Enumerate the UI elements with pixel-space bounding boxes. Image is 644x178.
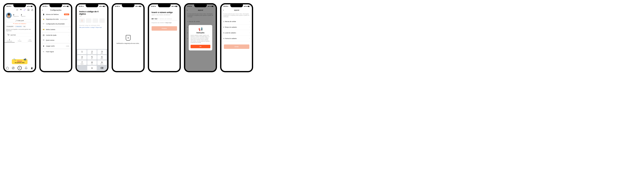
location-icon: ➤: [155, 5, 156, 7]
share-icon[interactable]: [31, 9, 33, 11]
code-input-4[interactable]: [99, 18, 105, 23]
settings-security[interactable]: 🔒 Segurança da conta Desprotegida›: [40, 17, 71, 21]
resend-text: Reenviar código de verificação (58S): [77, 23, 107, 27]
signal-icon: [99, 6, 101, 7]
key-2[interactable]: 2ABC: [87, 50, 96, 54]
wallet-icon: 💳: [42, 29, 45, 30]
code-title: Insira o código de 4 dígitos: [77, 8, 107, 15]
tab-likes[interactable]: 169Curtidas: [25, 38, 35, 42]
code-subtitle: +55: [77, 15, 107, 18]
svg-marker-4: [13, 68, 14, 68]
trash-icon: 🗑: [42, 45, 45, 47]
bottom-nav: +: [4, 65, 35, 71]
next-button[interactable]: Próximo: [152, 26, 177, 31]
settings-wallet[interactable]: 💳 Minha Carteira›: [40, 27, 71, 32]
phone-2-settings: 18:05➤ 4G ‹ Configurações 📱 Número de Te…: [39, 3, 72, 72]
location-icon: ➤: [227, 5, 228, 7]
key-9[interactable]: 9WXYZ: [97, 60, 106, 65]
phone-icon: 📱: [42, 14, 45, 15]
logout-icon: ↪: [42, 51, 45, 52]
settings-help[interactable]: 🎧 Central de Ajuda›: [40, 33, 71, 37]
code-input-3[interactable]: [92, 18, 98, 23]
alterar-button[interactable]: Alterar: [64, 13, 69, 15]
nav-notifications[interactable]: [24, 66, 28, 70]
id-tag: ID:wakep884: [6, 26, 14, 27]
following-stat[interactable]: 2 seguindo: [21, 14, 25, 17]
battery-icon: [67, 6, 69, 7]
key-7[interactable]: 7PQRS: [77, 60, 87, 65]
submit-button[interactable]: Enviar: [224, 44, 249, 49]
appeal-item-1[interactable]: 1. Marcas de celular›: [222, 19, 252, 24]
avatar[interactable]: [6, 12, 12, 18]
forgot-number-link[interactable]: Esqueceu seu número? Clique aqui: [149, 20, 180, 25]
creator-center-link[interactable]: ✦Centro de Criadores›: [4, 22, 35, 25]
appeal-hint: Por favor preencha pelo menos 3 itens. I…: [222, 12, 252, 19]
modal-overlay: 📢 Instruções Quando solicitar um apelo: …: [185, 4, 216, 71]
gender-tag: ♂ Masculino: [14, 26, 22, 27]
key-6[interactable]: 6MNO: [97, 55, 106, 60]
info-icon: ⓘ: [42, 39, 45, 41]
modal-body: Quando solicitar um apelo: quando você e…: [190, 34, 210, 43]
zodiac-tag: leo: [23, 26, 26, 27]
headset-icon: 🎧: [42, 34, 45, 36]
phone-input[interactable]: Número de telefone: [160, 17, 177, 20]
signal-icon: [63, 6, 64, 7]
page-title: Configurações: [42, 9, 70, 11]
record-first-video-banner[interactable]: Grave seu primeiro vídeo: [12, 59, 28, 64]
settings-cache[interactable]: 🗑 Apagar cache 18MB: [40, 44, 71, 48]
key-8[interactable]: 8TUV: [87, 60, 96, 65]
key-3[interactable]: 3DEF: [97, 50, 106, 54]
appeal-item-2[interactable]: 2. Tempo do cadastro›: [222, 24, 252, 30]
appeal-item-3[interactable]: 3. Local do cadastro›: [222, 30, 252, 36]
signal-icon: [244, 6, 246, 7]
key-4[interactable]: 4GHI: [77, 55, 87, 60]
lock-icon: 🔒: [42, 18, 45, 20]
settings-about[interactable]: ⓘ Quem somos›: [40, 37, 71, 43]
settings-phone[interactable]: 📱 Número de Telefone Alterar: [40, 12, 71, 17]
key-backspace[interactable]: ⌫: [97, 66, 106, 70]
country-select[interactable]: BR + 55▼: [152, 17, 158, 20]
svg-point-0: [17, 9, 18, 10]
signal-icon: [27, 6, 28, 7]
shield-icon: +: [126, 35, 130, 41]
pencil-icon: [16, 20, 17, 21]
key-0[interactable]: 0: [87, 66, 96, 70]
bookmark-icon[interactable]: [27, 9, 30, 11]
cant-receive-link[interactable]: Não pode receber o código? Clique aqui: [77, 27, 107, 28]
appeal-item-4[interactable]: 4. Forma do cadastro›: [222, 36, 252, 41]
nav-create[interactable]: +: [18, 66, 22, 70]
link-icon[interactable]: [24, 9, 26, 11]
qr-icon[interactable]: [16, 9, 18, 11]
code-input-1[interactable]: [79, 18, 85, 23]
svg-point-3: [12, 67, 14, 69]
svg-point-5: [32, 67, 32, 68]
bio-prompt[interactable]: Adicione uma biografia e você poderá gan…: [4, 28, 35, 32]
back-button[interactable]: ‹: [42, 9, 43, 11]
nav-profile[interactable]: [30, 66, 34, 70]
pointer-icon[interactable]: [20, 9, 22, 11]
tab-private[interactable]: 0Privado: [14, 38, 25, 42]
tab-posts[interactable]: 0Publicação: [4, 38, 14, 42]
location-icon: ➤: [82, 5, 84, 7]
phone-6-appeal-modal: 18:06➤ 4G ‹ appeal Por favor preencha pe…: [184, 3, 217, 72]
ok-button[interactable]: OK: [190, 45, 210, 48]
code-input-2[interactable]: [86, 18, 92, 23]
location-icon: ➤: [119, 5, 120, 7]
followers-stat[interactable]: 3 Seguidores: [13, 14, 19, 17]
settings-privacy[interactable]: 🛡 Configurações de privacidade›: [40, 21, 71, 26]
battery-icon: [248, 6, 250, 7]
edit-profile-button[interactable]: Editar perfil: [6, 19, 33, 22]
nav-explore[interactable]: [12, 66, 15, 70]
settings-logout[interactable]: ↪ Fazer logout: [40, 49, 71, 54]
phone-1-profile: 18:05➤ 4G 3 Seguidores: [3, 3, 36, 72]
back-button[interactable]: ‹: [223, 9, 224, 11]
signal-icon: [172, 6, 173, 7]
instructions-modal: 📢 Instruções Quando solicitar um apelo: …: [189, 25, 212, 50]
loja-kwai-button[interactable]: Loja Kwai: [6, 33, 33, 37]
insert-title: Inserir o número antigo: [149, 8, 180, 14]
nav-home[interactable]: [6, 66, 9, 70]
battery-icon: [31, 6, 33, 7]
cart-icon: [8, 34, 9, 36]
key-5[interactable]: 5JKL: [87, 55, 96, 60]
key-1[interactable]: 1: [77, 50, 87, 54]
